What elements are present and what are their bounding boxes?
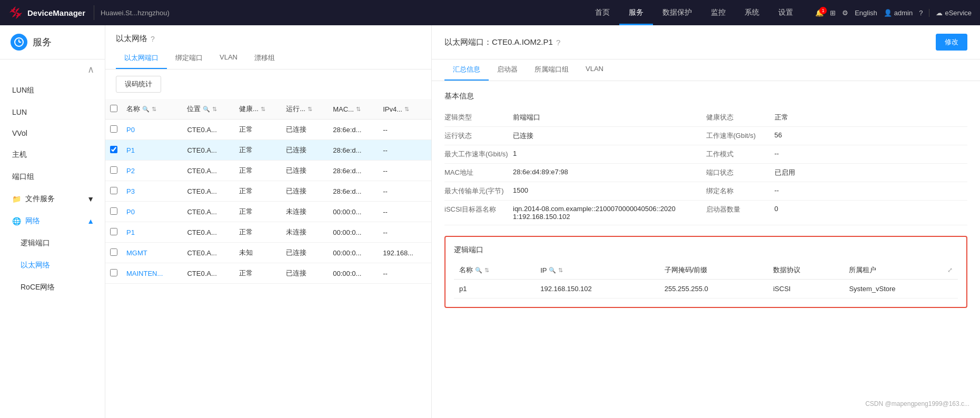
row-name[interactable]: P1 [122,222,183,243]
row-name[interactable]: P2 [122,161,183,181]
logic-ip-sort-icon[interactable]: ⇅ [558,267,563,274]
language-selector[interactable]: English [855,9,877,17]
screen-icon[interactable]: ⊞ [830,9,836,17]
table-row[interactable]: MGMT CTE0.A... 未知 已连接 00:00:0... 192.168… [105,243,431,263]
health-sort-icon[interactable]: ⇅ [261,106,265,113]
row-health: 正常 [235,120,282,140]
row-checkbox[interactable] [110,269,117,276]
row-checkbox-cell[interactable] [105,140,122,161]
right-help-icon[interactable]: ? [556,38,560,47]
notification-bell[interactable]: 🔔 1 [815,9,824,17]
tab-vlan[interactable]: VLAN [211,48,246,69]
row-checkbox[interactable] [110,248,117,256]
help-icon[interactable]: ? [919,9,923,17]
sidebar-item-ethernet[interactable]: 以太网络 [0,254,105,276]
info-initiator-count: 启动器数量 0 [706,201,968,225]
location-search-icon[interactable]: 🔍 [203,106,210,113]
select-all-checkbox[interactable] [110,105,117,112]
eservice-button[interactable]: ☁ eService [929,9,972,17]
row-checkbox-cell[interactable] [105,243,122,263]
sidebar-item-lun-group[interactable]: LUN组 [0,79,105,102]
network-icon: 🌐 [12,217,21,225]
tab-migration-group[interactable]: 漂移组 [246,48,283,69]
nav-item-data-protection[interactable]: 数据保护 [653,0,701,25]
user-menu[interactable]: 👤 admin [884,9,913,17]
table-row[interactable]: P3 CTE0.A... 正常 已连接 28:6e:d... -- [105,181,431,202]
select-all-header[interactable] [105,99,122,120]
nav-item-system[interactable]: 系统 [735,0,769,25]
table-row[interactable]: P2 CTE0.A... 正常 已连接 28:6e:d... -- [105,161,431,181]
table-row[interactable]: MAINTEN... CTE0.A... 正常 已连接 00:00:0... -… [105,263,431,284]
location-sort-icon[interactable]: ⇅ [212,106,217,113]
health-status-label: 健康状态 [706,113,775,122]
row-checkbox[interactable] [110,146,117,153]
right-tab-summary[interactable]: 汇总信息 [444,59,489,81]
row-name[interactable]: P0 [122,120,183,140]
row-location: CTE0.A... [183,140,235,161]
row-name[interactable]: P0 [122,202,183,222]
table-row[interactable]: P0 CTE0.A... 正常 已连接 28:6e:d... -- [105,120,431,140]
mac-sort-icon[interactable]: ⇅ [356,106,361,113]
logic-name-sort-icon[interactable]: ⇅ [484,267,489,274]
sidebar-item-roce[interactable]: RoCE网络 [0,276,105,298]
logo-area: DeviceManager [8,5,94,20]
tab-bonded-port[interactable]: 绑定端口 [167,48,211,69]
sidebar-item-file-service[interactable]: 📁 文件服务 ▼ [0,188,105,210]
nav-item-home[interactable]: 首页 [586,0,619,25]
row-checkbox-cell[interactable] [105,120,122,140]
eservice-label: eService [945,9,972,17]
row-checkbox[interactable] [110,228,117,235]
row-checkbox-cell[interactable] [105,202,122,222]
table-row[interactable]: P1 CTE0.A... 正常 未连接 00:00:0... -- [105,222,431,243]
row-status: 已连接 [282,161,329,181]
sidebar-item-lun[interactable]: LUN [0,102,105,123]
row-name[interactable]: P1 [122,140,183,161]
sort-icon[interactable]: ⇅ [152,106,156,113]
sidebar-item-logic-port[interactable]: 逻辑端口 [0,232,105,254]
row-checkbox-cell[interactable] [105,181,122,202]
table-row[interactable]: P0 CTE0.A... 正常 未连接 00:00:0... -- [105,202,431,222]
edit-button[interactable]: 修改 [936,34,967,51]
row-name[interactable]: P3 [122,181,183,202]
logic-row-tenant: System_vStore [844,280,958,298]
row-name[interactable]: MGMT [122,243,183,263]
row-checkbox[interactable] [110,125,117,133]
row-name[interactable]: MAINTEN... [122,263,183,284]
sidebar-item-logic-port-label: 逻辑端口 [21,238,50,248]
settings-gear-icon[interactable]: ⚙ [842,9,848,17]
col-subnet: 子网掩码/前缀 [659,261,768,280]
logic-name-search-icon[interactable]: 🔍 [475,267,482,274]
sidebar-item-network[interactable]: 🌐 网络 ▲ [0,210,105,232]
row-mac: 00:00:0... [329,243,379,263]
sidebar-collapse-button[interactable]: ∧ [11,64,94,75]
nav-item-settings[interactable]: 设置 [769,0,803,25]
row-checkbox-cell[interactable] [105,263,122,284]
right-tab-vlan[interactable]: VLAN [577,59,612,81]
right-tab-initiator[interactable]: 启动器 [489,59,526,81]
row-checkbox[interactable] [110,166,117,174]
status-sort-icon[interactable]: ⇅ [308,106,312,113]
nav-item-service[interactable]: 服务 [619,0,653,25]
right-tab-port-group[interactable]: 所属端口组 [526,59,577,81]
expand-icon[interactable]: ⤢ [947,266,953,274]
row-checkbox[interactable] [110,187,117,194]
ipv4-sort-icon[interactable]: ⇅ [404,106,409,113]
logic-ip-search-icon[interactable]: 🔍 [549,267,556,274]
middle-tab-bar: 以太网端口 绑定端口 VLAN 漂移组 [105,48,431,69]
row-checkbox[interactable] [110,207,117,215]
sidebar-item-port-group[interactable]: 端口组 [0,166,105,188]
row-health: 正常 [235,263,282,284]
chevron-down-icon: ▼ [87,195,94,203]
logic-table-row[interactable]: p1 192.168.150.102 255.255.255.0 iSCSI S… [454,280,958,298]
table-row[interactable]: P1 CTE0.A... 正常 已连接 28:6e:d... -- [105,140,431,161]
sidebar-item-vvol[interactable]: VVol [0,123,105,144]
row-checkbox-cell[interactable] [105,222,122,243]
row-checkbox-cell[interactable] [105,161,122,181]
error-stats-button[interactable]: 误码统计 [116,76,161,93]
tab-ethernet-port[interactable]: 以太网端口 [116,48,167,69]
middle-help-icon[interactable]: ? [151,35,155,43]
sidebar-item-host[interactable]: 主机 [0,144,105,166]
row-location: CTE0.A... [183,161,235,181]
nav-item-monitor[interactable]: 监控 [701,0,735,25]
search-icon[interactable]: 🔍 [142,106,150,113]
